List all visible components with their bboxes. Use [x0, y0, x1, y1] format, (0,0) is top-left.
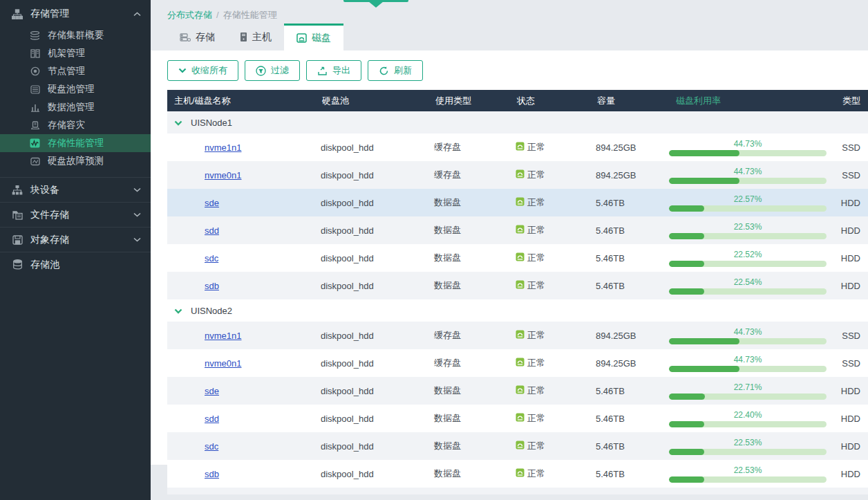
rack-icon: [29, 48, 41, 59]
disk-pool-cell: diskpool_hdd: [321, 469, 434, 479]
disk-utilization-percent: 22.53%: [669, 438, 827, 447]
disk-utilization-percent: 44.73%: [669, 167, 827, 176]
disk-status-cell: 正常: [516, 412, 596, 425]
filter-icon: [256, 66, 266, 76]
disk-utilization-fill: [669, 178, 739, 184]
disk-utilization-fill: [669, 421, 704, 427]
disk-name-link[interactable]: sde: [205, 198, 219, 208]
disk-status-cell: 正常: [516, 169, 596, 181]
tab-disk[interactable]: 磁盘: [284, 24, 343, 50]
breadcrumb-root-link[interactable]: 分布式存储: [167, 10, 212, 20]
breadcrumb-current: 存储性能管理: [223, 10, 277, 20]
sidebar-item-diskpool-management[interactable]: 硬盘池管理: [0, 80, 151, 98]
disk-capacity-cell: 5.46TB: [596, 441, 669, 452]
table-row: nvme0n1 diskpool_hdd 缓存盘 正常 894.25GB 44.…: [167, 161, 868, 189]
disk-utilization-cell: 22.57%: [669, 194, 831, 212]
chevron-down-icon: [133, 237, 141, 242]
disk-utilization-cell: 44.73%: [669, 327, 831, 344]
group-name: UISNode1: [191, 118, 232, 128]
header-type: 类型: [831, 95, 868, 107]
tab-label: 存储: [196, 31, 215, 44]
sidebar-group-storage-pool[interactable]: 存储池: [0, 252, 151, 277]
disk-utilization-fill: [669, 205, 704, 212]
disk-status-icon: [516, 385, 525, 396]
disk-name-link[interactable]: sdd: [205, 225, 219, 236]
table-row: sdb diskpool_hdd 数据盘 正常 5.46TB 22.53% HD…: [167, 460, 868, 488]
disk-name-link[interactable]: nvme0n1: [205, 358, 241, 369]
tab-storage[interactable]: 存储: [167, 24, 227, 50]
disk-utilization-bar: [669, 288, 827, 295]
tab-label: 主机: [252, 31, 272, 44]
disk-pool-cell: diskpool_hdd: [321, 386, 434, 396]
sidebar-group-file-storage[interactable]: 文件存储: [0, 202, 151, 227]
disk-status-icon: [516, 330, 525, 341]
disk-name-link[interactable]: sdb: [205, 469, 219, 479]
disk-utilization-fill: [669, 261, 704, 267]
main-content: 分布式存储/存储性能管理 存储 主机 磁盘: [151, 0, 868, 500]
sidebar-group-block-device[interactable]: 块设备: [0, 177, 151, 202]
disk-utilization-fill: [669, 233, 704, 239]
disk-utilization-fill: [669, 393, 705, 400]
disk-status-text: 正常: [527, 412, 545, 425]
group-row[interactable]: UISNode1: [167, 111, 868, 133]
sidebar-group-storage-management[interactable]: 存储管理: [0, 1, 151, 26]
collapse-all-button[interactable]: 收缩所有: [167, 60, 238, 81]
sidebar-item-datapool-management[interactable]: 数据池管理: [0, 98, 151, 116]
disk-pool-cell: diskpool_hdd: [321, 414, 434, 424]
disk-status-icon: [516, 197, 525, 208]
sidebar-item-disk-failure-prediction[interactable]: 硬盘故障预测: [0, 152, 151, 170]
disk-status-cell: 正常: [516, 141, 596, 154]
refresh-label: 刷新: [394, 64, 412, 77]
disk-utilization-cell: 44.73%: [669, 139, 831, 156]
export-button[interactable]: 导出: [306, 60, 361, 81]
disk-pool-cell: diskpool_hdd: [321, 225, 434, 236]
sidebar-item-storage-disaster-recovery[interactable]: 存储容灾: [0, 116, 151, 134]
tab-host[interactable]: 主机: [227, 24, 284, 50]
sidebar-item-cluster-overview[interactable]: 存储集群概要: [0, 26, 151, 44]
sidebar-item-storage-performance[interactable]: 存储性能管理: [0, 134, 151, 152]
group-collapse-chevron-icon[interactable]: [174, 118, 182, 128]
disk-name-link[interactable]: sde: [205, 386, 219, 396]
disk-utilization-bar: [669, 338, 827, 344]
disk-utilization-fill: [669, 288, 704, 295]
sidebar-item-rack-management[interactable]: 机架管理: [0, 44, 151, 62]
group-collapse-chevron-icon[interactable]: [174, 306, 182, 316]
disk-status-text: 正常: [527, 196, 545, 209]
disk-utilization-bar: [669, 393, 827, 400]
breadcrumb-separator: /: [216, 10, 219, 20]
block-device-icon: [11, 185, 23, 196]
disk-name-link[interactable]: nvme1n1: [205, 142, 241, 153]
disk-panel: 收缩所有 过滤 导出 刷新 主机/磁盘名称 硬盘池: [151, 50, 868, 465]
disk-utilization-bar: [669, 449, 827, 455]
disk-capacity-cell: 5.46TB: [596, 469, 669, 479]
refresh-button[interactable]: 刷新: [368, 60, 423, 81]
disk-status-cell: 正常: [516, 224, 596, 237]
disk-name-link[interactable]: sdd: [205, 414, 219, 424]
disk-utilization-bar: [669, 421, 827, 427]
filter-label: 过滤: [271, 64, 289, 77]
disk-status-cell: 正常: [516, 252, 596, 264]
disk-utilization-percent: 22.54%: [669, 277, 827, 287]
collapse-all-label: 收缩所有: [191, 64, 227, 77]
disk-name-link[interactable]: sdc: [205, 253, 218, 263]
disk-status-cell: 正常: [516, 440, 596, 452]
disk-status-icon: [516, 413, 525, 424]
header-disk-utilization[interactable]: 磁盘利用率: [669, 95, 831, 107]
disk-status-text: 正常: [527, 224, 545, 237]
disk-utilization-bar: [669, 233, 827, 239]
disk-capacity-cell: 5.46TB: [596, 281, 669, 291]
disk-status-cell: 正常: [516, 467, 596, 480]
disk-name-link[interactable]: sdb: [205, 281, 219, 291]
disk-name-link[interactable]: nvme0n1: [205, 170, 241, 180]
disk-name-link[interactable]: sdc: [205, 441, 218, 452]
group-row[interactable]: UISNode2: [167, 299, 868, 322]
table-row: nvme0n1 diskpool_hdd 缓存盘 正常 894.25GB 44.…: [167, 349, 868, 377]
disk-usage-type-cell: 数据盘: [434, 440, 516, 452]
sidebar-item-node-management[interactable]: 节点管理: [0, 62, 151, 80]
disk-capacity-cell: 894.25GB: [596, 170, 669, 180]
disk-name-link[interactable]: nvme1n1: [205, 331, 241, 341]
sidebar-group-object-storage[interactable]: 对象存储: [0, 227, 151, 252]
storage-tab-icon: [180, 33, 191, 42]
top-panel-collapse-handle[interactable]: [343, 0, 408, 8]
filter-button[interactable]: 过滤: [245, 60, 300, 81]
